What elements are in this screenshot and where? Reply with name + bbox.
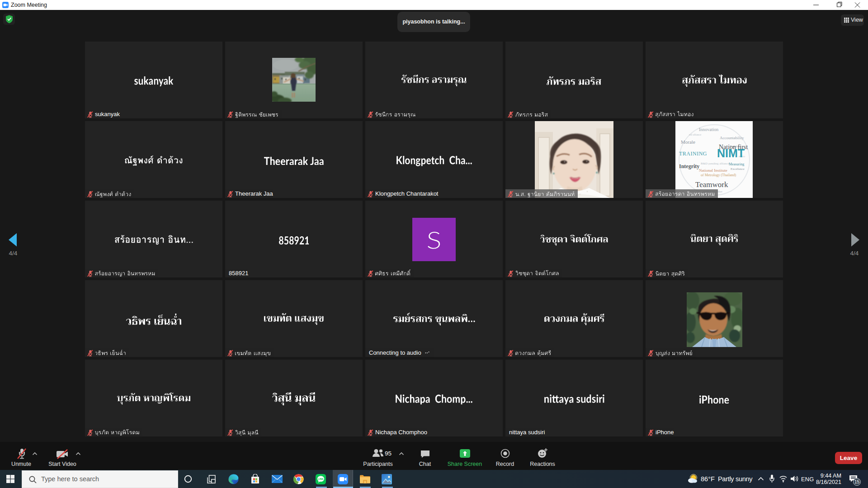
svg-text:Innovation: Innovation	[699, 127, 718, 132]
svg-text:NIMT: NIMT	[717, 147, 745, 160]
svg-text:TRAINING: TRAINING	[679, 150, 707, 157]
svg-text:National Institute: National Institute	[699, 168, 727, 173]
svg-text:Measuring: Measuring	[729, 162, 744, 166]
svg-text:Accountability: Accountability	[720, 136, 744, 140]
svg-text:of Metrology (Thailand): of Metrology (Thailand)	[701, 173, 736, 177]
svg-text:Excellence: Excellence	[731, 167, 745, 171]
svg-text:B&D pending alliance: B&D pending alliance	[701, 162, 729, 165]
svg-text:Morale: Morale	[681, 139, 695, 145]
svg-text:LINE: LINE	[318, 478, 324, 480]
svg-text:Integrity: Integrity	[679, 163, 699, 169]
svg-text:std alliance: std alliance	[689, 133, 701, 136]
svg-text:Teamwork: Teamwork	[695, 180, 728, 189]
